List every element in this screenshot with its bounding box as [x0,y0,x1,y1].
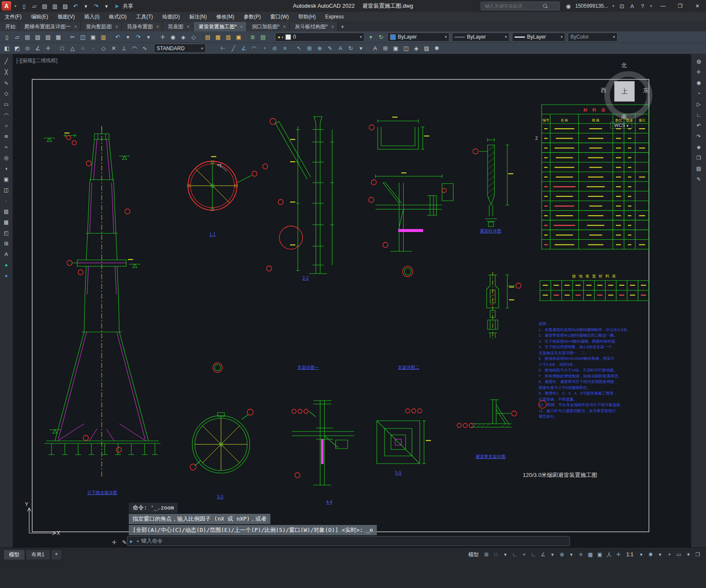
object-snap-icon[interactable]: ⊕ [558,550,566,559]
revision-cloud-icon[interactable]: ≋ [3,133,10,140]
close-tab-icon[interactable]: × [115,24,118,29]
text-style-combo[interactable]: STANDARD ▾ [154,44,206,53]
table-tool-icon[interactable]: ⊞ [381,44,390,53]
polar-tracking-icon[interactable]: ∠ [539,550,547,559]
command-input-placeholder[interactable]: 键入命令 [141,537,163,545]
multiline-text-icon[interactable]: A [3,250,10,258]
ucs-icon-toggle-icon[interactable]: ∟ [695,111,703,119]
view-cube-south[interactable]: 南 [621,113,627,121]
save-as-icon[interactable]: ▥ [50,1,60,11]
snap-endpoint-icon[interactable]: □ [58,44,67,53]
layers-walk-icon[interactable]: ▤ [695,165,703,172]
dim-aligned-icon[interactable]: ╱ [229,44,238,53]
hatch-icon[interactable]: ▨ [3,208,10,215]
undo-caret-icon[interactable]: ▾ [81,1,91,11]
infer-constraints-icon[interactable]: ∟ [510,550,519,559]
object-snap-tracking-icon[interactable]: ✛ [43,44,53,53]
snap-tangent-icon[interactable]: ◠ [130,44,139,53]
snap-midpoint-icon[interactable]: △ [68,44,77,53]
copy-clip-icon[interactable]: ◫ [78,32,88,42]
snap-mode-icon[interactable]: ∷ [491,550,500,559]
rectangle-tool-icon[interactable]: ▭ [3,100,10,108]
dim-ordinate-icon[interactable]: ≡ [280,44,290,53]
selection-cycling-icon[interactable]: ▣ [595,550,604,559]
redo-icon[interactable]: ↷ [91,1,101,11]
view-cube-west[interactable]: 西 [601,87,606,94]
minimize-button[interactable]: — [654,0,672,12]
orbit-nav-icon[interactable]: ◔ [695,90,703,97]
close-tab-icon[interactable]: × [156,24,159,29]
undo-tool-icon[interactable]: ↶ [113,32,122,42]
grid-display-icon[interactable]: ⊞ [482,550,491,559]
graphics-performance-icon[interactable]: ✦ [684,550,693,559]
dim-text-edit-icon[interactable]: A [336,44,345,53]
workspace-caret-icon[interactable]: ▾ [656,550,664,559]
group-tool-icon[interactable]: ◫ [401,44,411,53]
paste-clip-icon[interactable]: ▣ [88,32,98,42]
dim-arc-length-icon[interactable]: ◠ [249,44,259,53]
zoom-previous-icon[interactable]: ◇ [189,32,198,42]
redo-caret-icon[interactable]: ▾ [102,1,111,11]
annotate-nav-icon[interactable]: ✎ [695,175,703,183]
user-caret-icon[interactable]: ▾ [610,1,616,11]
full-screen-nav-icon[interactable]: ❒ [695,154,703,162]
zoom-window-icon[interactable]: ◈ [179,32,188,42]
hatch-tool-icon[interactable]: ▨ [422,44,431,53]
save-file-icon[interactable]: ▤ [23,32,32,42]
point-tool-icon[interactable]: ∙ [3,197,10,205]
help-icon[interactable]: ? [638,1,647,11]
dim-diameter-icon[interactable]: ⊘ [270,44,279,53]
polar-tracking-tool-icon[interactable]: ∠ [33,44,42,53]
wcs-menu[interactable]: WCS ▾ [610,122,632,129]
open-icon[interactable]: ▱ [30,1,39,11]
file-tab[interactable]: 竖向配筋图× [81,22,121,31]
dim-angular-icon[interactable]: ∠ [239,44,248,53]
annotation-monitor-icon[interactable]: + [665,550,674,559]
ellipse-arc-icon[interactable]: ◖ [3,165,10,172]
close-tab-icon[interactable]: × [283,24,286,29]
polyline-tool-icon[interactable]: ∿ [3,79,10,87]
lineweight-display-icon[interactable]: ≡ [576,550,585,559]
tolerance-icon[interactable]: ⊞ [305,44,314,53]
search-box[interactable] [481,2,560,10]
menu-item-11[interactable]: 窗口(W) [266,12,294,21]
gradient-icon[interactable]: ▩ [3,218,10,226]
new-layout[interactable]: + [51,549,62,560]
pan-nav-icon[interactable]: ✛ [695,68,703,76]
view-forward-icon[interactable]: ↷ [695,133,703,140]
file-tab[interactable]: 筒身布置图× [122,22,163,31]
help-caret-icon[interactable]: ▾ [648,1,654,11]
draw-order-icon[interactable]: ◧ [2,44,12,53]
menu-item-3[interactable]: 视图(V) [53,12,79,21]
snap-nearest-icon[interactable]: ∿ [140,44,149,53]
model-tab[interactable]: 模型 [3,549,25,560]
arc-tool-icon[interactable]: ◠ [3,111,10,119]
block-editor-icon[interactable]: ▣ [391,44,400,53]
dynamic-input-icon[interactable]: + [520,550,528,559]
file-tab[interactable]: 开始 [0,22,19,31]
view-cube-top-face[interactable]: 上 [614,81,635,102]
construction-line-icon[interactable]: ╳ [3,68,10,76]
snap-center-icon[interactable]: ○ [78,44,88,53]
lineweight-caret-icon[interactable]: ▾ [558,35,563,39]
ortho-mode-icon[interactable]: ∟ [529,550,538,559]
isolate-objects-icon[interactable]: ▭ [675,550,683,559]
autodesk-account-icon[interactable]: A [627,1,637,11]
object-color-caret-icon[interactable]: ▾ [442,35,447,39]
annotation-visibility-icon[interactable]: 人 [605,550,613,559]
zoom-extents-nav-icon[interactable]: ◉ [695,79,703,87]
plot-dialog-icon[interactable]: ▨ [33,32,42,42]
layer-combo[interactable]: ● ◐ 0 ▾ [275,33,364,42]
lineweight-combo[interactable]: ByLayer ▾ [512,33,565,42]
quick-leader-icon[interactable]: ↖ [294,44,304,53]
zoom-realtime-icon[interactable]: ◉ [168,32,178,42]
close-tab-icon[interactable]: × [240,24,242,29]
app-menu-caret-icon[interactable]: ▾ [12,1,18,11]
clean-screen-icon[interactable]: ❒ [694,550,702,559]
style-dot-green-icon[interactable]: ● [3,261,10,269]
create-block-icon[interactable]: ◫ [3,186,10,194]
menu-item-8[interactable]: 标注(N) [185,12,212,21]
menu-item-7[interactable]: 绘图(D) [158,12,185,21]
menu-item-1[interactable]: 文件(F) [0,12,26,21]
workspace-switching-icon[interactable]: ✱ [646,550,655,559]
